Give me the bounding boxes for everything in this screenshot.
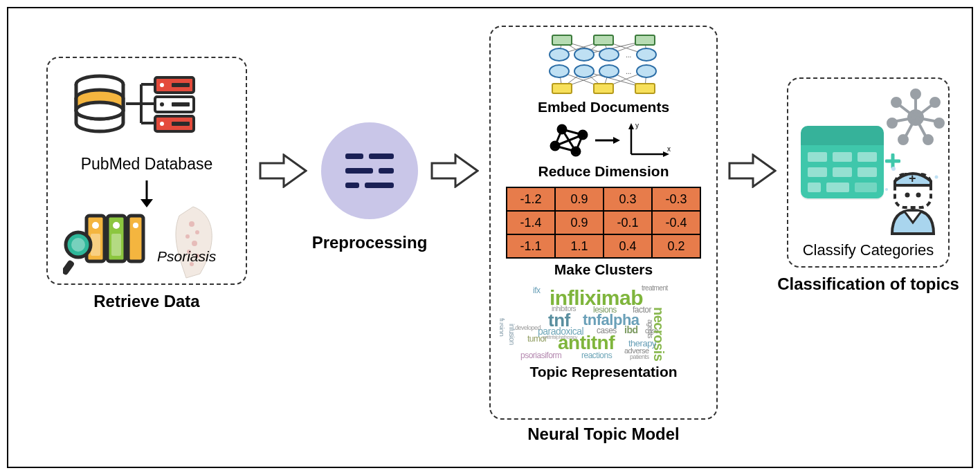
svg-point-111 <box>916 193 921 198</box>
svg-point-19 <box>133 223 138 228</box>
svg-point-26 <box>195 230 199 234</box>
svg-rect-54 <box>635 35 655 45</box>
neural-network-icon: ... ... <box>534 34 673 96</box>
flow-arrow-icon <box>259 153 307 188</box>
cluster-matrix: -1.20.90.3-0.3 -1.40.9-0.1-0.4 -1.11.10.… <box>506 187 701 259</box>
svg-point-23 <box>71 238 85 252</box>
folders-search-icon <box>63 210 146 276</box>
svg-rect-21 <box>111 234 121 256</box>
reduce-step-label: Reduce Dimension <box>499 163 708 180</box>
svg-text:+: + <box>909 171 916 185</box>
svg-rect-52 <box>552 35 572 45</box>
svg-point-2 <box>76 102 123 119</box>
svg-point-56 <box>574 48 594 61</box>
svg-point-25 <box>189 221 194 227</box>
svg-point-7 <box>160 102 164 106</box>
svg-point-61 <box>574 65 594 77</box>
stage1-title: Retrieve Data <box>46 292 247 311</box>
svg-point-17 <box>92 222 99 229</box>
stage4-title: Classification of topics <box>773 274 963 294</box>
network-icon <box>885 87 946 148</box>
svg-point-107 <box>885 188 888 191</box>
svg-point-110 <box>905 193 910 198</box>
embed-step-label: Embed Documents <box>499 99 708 115</box>
svg-rect-24 <box>63 259 75 276</box>
svg-point-59 <box>637 48 656 61</box>
stage2-title: Preprocessing <box>307 233 432 252</box>
svg-point-96 <box>935 119 943 127</box>
svg-rect-53 <box>594 35 613 45</box>
svg-point-106 <box>935 176 938 179</box>
svg-point-4 <box>160 83 164 87</box>
wordcloud: infliximabifxinhibitorstreatmentlesionsf… <box>500 285 707 361</box>
svg-rect-11 <box>172 122 190 126</box>
retrieve-data-panel: PubMed Database <box>46 57 247 285</box>
doctor-icon: + <box>880 162 945 238</box>
svg-text:...: ... <box>626 51 631 59</box>
keyword-label: Psoriasis <box>157 248 216 265</box>
svg-rect-5 <box>172 83 190 87</box>
svg-point-81 <box>572 148 579 155</box>
topicrep-step-label: Topic Representation <box>499 364 708 380</box>
classification-panel: + Classify Categories <box>787 77 950 268</box>
svg-point-78 <box>559 126 565 133</box>
database-icon <box>72 72 210 151</box>
svg-point-57 <box>599 48 619 61</box>
preprocessing-icon <box>321 122 418 219</box>
svg-point-104 <box>892 98 900 106</box>
svg-point-80 <box>552 142 559 149</box>
svg-point-64 <box>637 65 656 77</box>
svg-text:...: ... <box>626 68 631 75</box>
svg-point-105 <box>891 167 896 171</box>
svg-rect-8 <box>172 102 190 106</box>
svg-point-102 <box>888 119 896 127</box>
reduce-dimension-icon: xy <box>534 122 673 160</box>
classify-label: Classify Categories <box>788 241 948 259</box>
svg-point-55 <box>550 48 569 61</box>
svg-point-79 <box>579 131 586 138</box>
svg-point-28 <box>192 241 197 246</box>
db-source-label: PubMed Database <box>48 155 246 174</box>
svg-point-27 <box>185 234 190 239</box>
flow-arrow-icon <box>728 153 777 188</box>
svg-text:x: x <box>667 145 671 153</box>
svg-point-18 <box>113 222 120 229</box>
svg-point-60 <box>550 65 569 77</box>
svg-rect-65 <box>552 84 572 93</box>
svg-point-10 <box>160 122 164 126</box>
svg-marker-87 <box>628 123 634 129</box>
svg-point-94 <box>931 98 939 106</box>
svg-point-92 <box>911 90 920 98</box>
svg-rect-67 <box>635 84 655 93</box>
flow-arrow-icon <box>430 153 479 188</box>
psoriasis-arm-icon <box>152 203 228 279</box>
neural-topic-panel: ... ... Embed Documents xy <box>489 26 718 420</box>
svg-point-98 <box>924 136 932 144</box>
svg-text:y: y <box>635 122 639 129</box>
cluster-step-label: Make Clusters <box>499 261 708 278</box>
svg-rect-66 <box>594 84 613 93</box>
svg-marker-83 <box>613 137 620 144</box>
svg-rect-16 <box>128 216 143 261</box>
spreadsheet-icon <box>801 126 884 198</box>
svg-point-100 <box>899 136 907 144</box>
svg-point-62 <box>599 65 619 77</box>
diagram-frame: PubMed Database <box>7 7 973 468</box>
stage3-title: Neural Topic Model <box>489 425 718 444</box>
